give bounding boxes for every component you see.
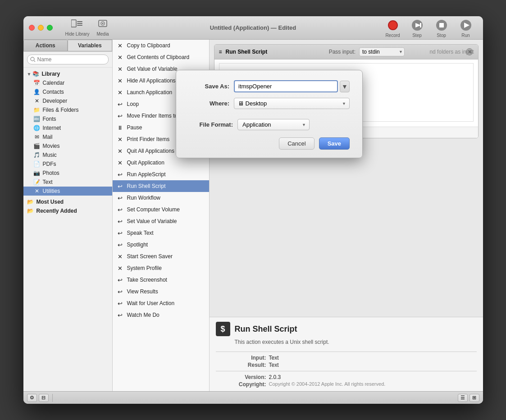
sidebar-item-utilities[interactable]: ✕ Utilities: [23, 187, 112, 196]
action-icon-quit: ✕: [116, 159, 124, 167]
svg-rect-2: [77, 23, 82, 24]
hide-library-button[interactable]: Hide Library: [62, 18, 93, 38]
sidebar-tabs: Actions Variables: [23, 40, 112, 52]
info-meta-input: Input: Text: [235, 355, 477, 361]
utilities-icon: ✕: [33, 187, 41, 195]
action-icon-shell: ↩: [116, 182, 124, 190]
sidebar-item-text[interactable]: 📝 Text: [23, 178, 112, 187]
panel-toggle-button[interactable]: ⊟: [39, 394, 49, 402]
sidebar-item-contacts[interactable]: 👤 Contacts: [23, 87, 112, 96]
action-speak-text[interactable]: ↩ Speak Text: [113, 227, 209, 239]
mail-icon: ✉: [33, 133, 41, 141]
tab-variables[interactable]: Variables: [68, 40, 112, 51]
step-button[interactable]: Step: [406, 16, 429, 40]
where-select-wrap: 🖥 Desktop Documents Downloads: [234, 98, 350, 109]
fonts-icon: 🔤: [33, 115, 41, 123]
action-icon-quit-all: ✕: [116, 147, 124, 155]
info-meta-result: Result: Text: [235, 362, 477, 368]
workflow-hint: nd folders as input: [429, 49, 474, 55]
action-take-screenshot[interactable]: ↩ Take Screenshot: [113, 274, 209, 286]
action-copy-to-clipboard[interactable]: ✕ Copy to Clipboard: [113, 40, 209, 51]
sidebar-item-movies[interactable]: 🎬 Movies: [23, 142, 112, 151]
sidebar-item-fonts[interactable]: 🔤 Fonts: [23, 114, 112, 123]
action-icon-watch: ↩: [116, 311, 124, 319]
action-set-computer-volume[interactable]: ↩ Set Computer Volume: [113, 204, 209, 215]
step-label: Step: [412, 33, 422, 38]
run-label: Run: [461, 33, 470, 38]
sidebar-item-recently-added[interactable]: 📂 Recently Added: [23, 206, 112, 215]
info-meta: Input: Text Result: Text: [216, 355, 477, 368]
action-get-contents-clipboard[interactable]: ✕ Get Contents of Clipboard: [113, 51, 209, 63]
save-as-input[interactable]: [234, 80, 338, 92]
action-icon-get-contents: ✕: [116, 53, 124, 61]
action-watch-me-do[interactable]: ↩ Watch Me Do: [113, 309, 209, 321]
close-button[interactable]: [29, 25, 35, 31]
media-button[interactable]: Media: [93, 18, 112, 38]
minimize-button[interactable]: [38, 25, 44, 31]
result-value: Text: [269, 362, 279, 368]
action-quit-application[interactable]: ✕ Quit Application: [113, 157, 209, 169]
action-run-workflow[interactable]: ↩ Run Workflow: [113, 192, 209, 204]
action-view-results[interactable]: ↩ View Results: [113, 286, 209, 297]
gear-button[interactable]: ⚙: [27, 394, 37, 402]
sidebar-item-files-folders[interactable]: 📁 Files & Folders: [23, 105, 112, 114]
action-icon-workflow: ↩: [116, 194, 124, 202]
where-select[interactable]: 🖥 Desktop Documents Downloads: [234, 98, 350, 109]
action-system-profile[interactable]: ✕ System Profile: [113, 262, 209, 274]
run-button[interactable]: Run: [454, 16, 478, 40]
pass-input-label: Pass input:: [329, 49, 356, 55]
action-run-shell-script[interactable]: ↩ Run Shell Script: [113, 180, 209, 192]
tab-actions[interactable]: Actions: [23, 40, 68, 51]
action-wait-for-user-action[interactable]: ↩ Wait for User Action: [113, 297, 209, 309]
cancel-button[interactable]: Cancel: [279, 137, 314, 150]
where-label: Where:: [189, 100, 229, 107]
grid-view-button[interactable]: ⊞: [470, 394, 479, 402]
svg-rect-9: [420, 23, 421, 27]
info-description: This action executes a Unix shell script…: [216, 339, 477, 345]
list-view-button[interactable]: ☰: [458, 394, 468, 402]
pass-input-select[interactable]: to stdin as arguments: [359, 47, 405, 56]
sidebar-item-mail[interactable]: ✉ Mail: [23, 132, 112, 142]
version-value: 2.0.3: [269, 374, 281, 380]
record-icon: [386, 18, 400, 32]
copyright-label: Copyright:: [235, 381, 266, 388]
hide-library-icon: [71, 19, 83, 31]
window-title: Untitled (Application) — Edited: [210, 24, 296, 31]
sidebar-item-developer[interactable]: ✕ Developer: [23, 96, 112, 105]
record-button[interactable]: Record: [381, 16, 405, 40]
card-drag-icon: ≡: [219, 49, 222, 55]
action-start-screen-saver[interactable]: ✕ Start Screen Saver: [113, 251, 209, 262]
stop-icon: [434, 18, 449, 32]
action-run-applescript[interactable]: ↩ Run AppleScript: [113, 169, 209, 180]
run-icon: [459, 18, 473, 32]
info-panel: $ Run Shell Script This action executes …: [210, 317, 483, 391]
action-set-value-variable[interactable]: ↩ Set Value of Variable: [113, 215, 209, 227]
sidebar-item-most-used[interactable]: 📂 Most Used: [23, 197, 112, 206]
most-used-icon: 📂: [27, 198, 34, 205]
action-icon-launch: ✕: [116, 88, 124, 96]
save-button[interactable]: Save: [319, 137, 350, 150]
sidebar-item-music[interactable]: 🎵 Music: [23, 151, 112, 160]
sidebar-item-photos[interactable]: 📷 Photos: [23, 169, 112, 178]
action-icon-screenshot: ↩: [116, 276, 124, 284]
where-stepper[interactable]: ▼: [340, 81, 350, 92]
maximize-button[interactable]: [47, 25, 53, 31]
stop-button[interactable]: Stop: [430, 16, 453, 40]
pdfs-icon: 📄: [33, 160, 41, 168]
file-format-select[interactable]: Application Workflow Service Print Plugi…: [237, 119, 310, 130]
sidebar-item-library[interactable]: ▼ 📚 Library: [23, 69, 112, 78]
sidebar-item-internet[interactable]: 🌐 Internet: [23, 123, 112, 132]
action-spotlight[interactable]: ↩ Spotlight: [113, 239, 209, 251]
developer-icon: ✕: [33, 97, 41, 105]
sidebar-item-calendar[interactable]: 📅 Calendar: [23, 78, 112, 87]
action-icon-applescript: ↩: [116, 170, 124, 178]
sidebar-item-pdfs[interactable]: 📄 PDFs: [23, 160, 112, 169]
stop-label: Stop: [437, 33, 446, 38]
result-label: Result:: [235, 362, 266, 368]
action-icon-loop: ↩: [116, 100, 124, 108]
sidebar-tree: ▼ 📚 Library 📅 Calendar 👤 Contacts ✕: [23, 68, 112, 391]
hide-library-label: Hide Library: [65, 32, 90, 37]
save-as-row: Save As: ▼: [189, 80, 350, 92]
search-input[interactable]: [27, 55, 109, 64]
file-format-select-wrap: Application Workflow Service Print Plugi…: [237, 119, 310, 130]
